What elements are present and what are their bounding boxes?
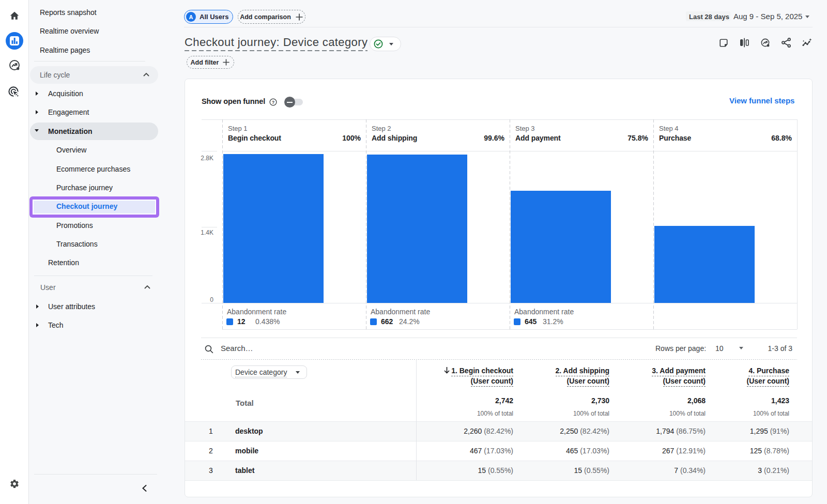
svg-text:?: ?	[272, 100, 274, 105]
